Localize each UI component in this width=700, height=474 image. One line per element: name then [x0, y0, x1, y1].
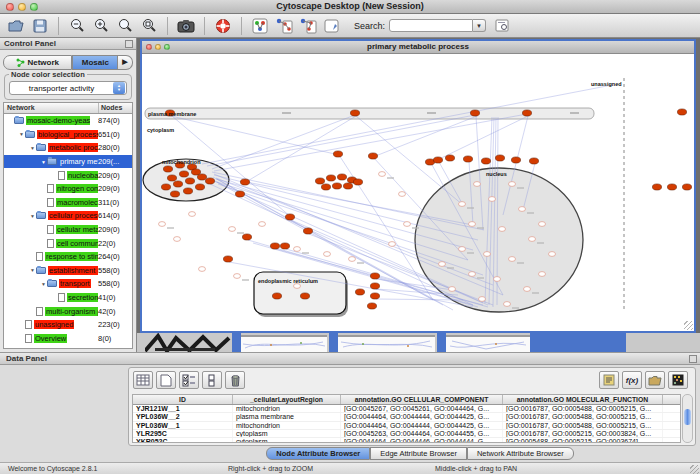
- graph-node[interactable]: [370, 273, 379, 279]
- graph-node[interactable]: [682, 184, 691, 190]
- graph-node[interactable]: [161, 184, 170, 190]
- graph-node-small[interactable]: [379, 172, 386, 177]
- table-row[interactable]: YJR121W__1mitochondrion[GO:0045267, GO:0…: [133, 405, 680, 413]
- search-dropdown-button[interactable]: ▼: [473, 19, 486, 32]
- graph-node-small[interactable]: [389, 242, 396, 247]
- graph-node-small[interactable]: [524, 287, 531, 292]
- scrollbar-thumb[interactable]: [684, 409, 691, 425]
- graph-node[interactable]: [326, 175, 335, 181]
- graph-node-small[interactable]: [504, 302, 511, 307]
- disclosure-triangle-icon[interactable]: ▼: [40, 281, 47, 287]
- graph-node[interactable]: [522, 110, 531, 116]
- network-window-titlebar[interactable]: primary metabolic process: [142, 41, 694, 54]
- graph-node[interactable]: [285, 214, 294, 220]
- graph-node[interactable]: [511, 157, 520, 163]
- graph-node[interactable]: [350, 110, 359, 116]
- graph-node[interactable]: [367, 303, 376, 309]
- annotation-button[interactable]: [320, 16, 344, 36]
- disclosure-triangle-icon[interactable]: ▼: [29, 213, 36, 219]
- disclosure-triangle-icon[interactable]: ▼: [29, 145, 36, 151]
- graph-node-small[interactable]: [509, 257, 516, 262]
- graph-node[interactable]: [185, 178, 194, 184]
- graph-node-small[interactable]: [489, 197, 496, 202]
- zoom-selected-button[interactable]: [113, 16, 137, 36]
- graph-edge[interactable]: [214, 114, 527, 171]
- graph-node[interactable]: [300, 293, 309, 299]
- graph-node-small[interactable]: [399, 192, 406, 197]
- graph-node-small[interactable]: [449, 287, 456, 292]
- tree-row[interactable]: nucleobase-209(0): [4, 168, 132, 182]
- graph-node[interactable]: [495, 155, 504, 161]
- table-column-header[interactable]: annotation.GO CELLULAR_COMPONENT: [341, 395, 503, 404]
- tree-row[interactable]: Overview8(0): [4, 332, 132, 346]
- snapshot-button[interactable]: [174, 16, 198, 36]
- tree-row[interactable]: ▼establishment of lo558(0): [4, 264, 132, 278]
- table-row[interactable]: YLR295Ccytoplasm[GO:0045263, GO:0044464,…: [133, 430, 680, 438]
- search-config-button[interactable]: [490, 16, 514, 36]
- graph-node[interactable]: [280, 243, 289, 249]
- table-row[interactable]: YPL036W__1mitochondrion[GO:0044464, GO:0…: [133, 422, 680, 430]
- graph-node[interactable]: [183, 188, 192, 194]
- disclosure-triangle-icon[interactable]: ▼: [40, 159, 47, 165]
- zoom-fit-button[interactable]: [137, 16, 161, 36]
- vizmapper-button[interactable]: [248, 16, 272, 36]
- layout-a-button[interactable]: [272, 16, 296, 36]
- graph-node-small[interactable]: [469, 222, 476, 227]
- graph-node-small[interactable]: [499, 227, 506, 232]
- network-canvas[interactable]: plasma membranecytoplasmmitochondrionnuc…: [142, 54, 694, 331]
- table-scrollbar[interactable]: [682, 394, 693, 443]
- nucleus-region[interactable]: [415, 168, 583, 312]
- notes-button[interactable]: [599, 371, 619, 389]
- graph-node-small[interactable]: [479, 297, 486, 302]
- tab-network[interactable]: Network: [3, 55, 72, 70]
- graph-node-small[interactable]: [549, 252, 556, 257]
- graph-node[interactable]: [235, 191, 244, 197]
- graph-node[interactable]: [321, 184, 330, 190]
- graph-node-small[interactable]: [294, 247, 301, 252]
- zoom-out-button[interactable]: [65, 16, 89, 36]
- tree-row[interactable]: ▼metabolic process280(0): [4, 141, 132, 155]
- graph-node[interactable]: [163, 166, 172, 172]
- graph-edge[interactable]: [373, 116, 477, 157]
- graph-node[interactable]: [370, 283, 379, 289]
- graph-node[interactable]: [270, 243, 279, 249]
- table-row[interactable]: YKR052Ccytoplasm[GO:0044464, GO:0044446,…: [133, 438, 680, 443]
- tab-node-attribute-browser[interactable]: Node Attribute Browser: [266, 447, 370, 460]
- graph-node[interactable]: [337, 174, 346, 180]
- zoom-in-button[interactable]: [89, 16, 113, 36]
- table-column-header[interactable]: _cellularLayoutRegion: [233, 395, 341, 404]
- open-session-button[interactable]: [4, 16, 28, 36]
- table-column-header[interactable]: annotation.GO MOLECULAR_FUNCTION: [503, 395, 663, 404]
- disclosure-triangle-icon[interactable]: ▼: [29, 267, 36, 273]
- tree-row[interactable]: nitrogen compo209(0): [4, 182, 132, 196]
- tree-row[interactable]: ▼transport558(0): [4, 277, 132, 291]
- graph-node[interactable]: [315, 178, 324, 184]
- graph-node-small[interactable]: [474, 182, 481, 187]
- graph-edge[interactable]: [246, 116, 356, 182]
- graph-node-small[interactable]: [469, 272, 476, 277]
- help-button[interactable]: [211, 16, 235, 36]
- unselect-attributes-button[interactable]: [202, 371, 222, 389]
- graph-node-small[interactable]: [494, 277, 501, 282]
- tree-row[interactable]: unassigned223(0): [4, 318, 132, 332]
- graph-node[interactable]: [368, 153, 377, 159]
- graph-node[interactable]: [332, 183, 341, 189]
- graph-node[interactable]: [445, 155, 454, 161]
- graph-node-small[interactable]: [459, 202, 466, 207]
- tree-row[interactable]: cell communicat22(0): [4, 236, 132, 250]
- graph-node-small[interactable]: [509, 182, 516, 187]
- graph-node-small[interactable]: [189, 212, 196, 217]
- function-builder-button[interactable]: f(x): [622, 371, 642, 389]
- graph-node-small[interactable]: [159, 222, 166, 227]
- graph-node-small[interactable]: [439, 262, 446, 267]
- tab-mosaic[interactable]: Mosaic: [72, 55, 118, 70]
- tab-network-attribute-browser[interactable]: Network Attribute Browser: [467, 447, 574, 460]
- graph-node-small[interactable]: [234, 274, 241, 279]
- graph-node[interactable]: [272, 293, 281, 299]
- graph-node[interactable]: [463, 156, 472, 162]
- graph-node[interactable]: [333, 151, 342, 157]
- tree-row[interactable]: response to stimulu264(0): [4, 250, 132, 264]
- matrix-button[interactable]: [668, 371, 688, 389]
- table-row[interactable]: YPL036W__2plasma membrane[GO:0044464, GO…: [133, 413, 680, 421]
- graph-node-small[interactable]: [404, 222, 411, 227]
